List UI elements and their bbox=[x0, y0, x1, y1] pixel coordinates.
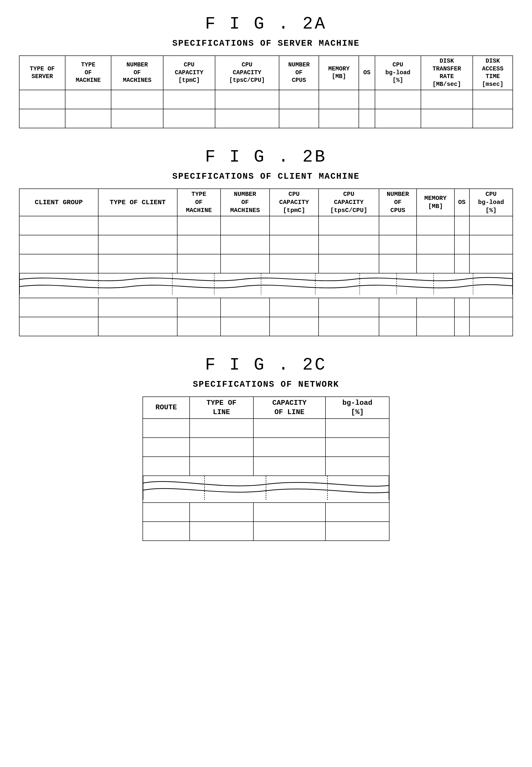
col-os: OS bbox=[359, 56, 375, 90]
col-c-type-line: TYPE OFLINE bbox=[190, 397, 253, 419]
fig-2b-table: CLIENT GROUP TYPE OF CLIENT TYPEOFMACHIN… bbox=[19, 188, 513, 336]
table-row bbox=[19, 109, 513, 128]
fig-2a-section: F I G . 2A SPECIFICATIONS OF SERVER MACH… bbox=[19, 14, 513, 128]
col-cpu-bgload: CPUbg-load[%] bbox=[375, 56, 421, 90]
col-type-client: TYPE OF CLIENT bbox=[98, 189, 177, 216]
col-number-machines: NUMBEROFMACHINES bbox=[111, 56, 163, 90]
fig-2a-subtitle: SPECIFICATIONS OF SERVER MACHINE bbox=[19, 39, 513, 48]
col-b-os: OS bbox=[454, 189, 469, 216]
table-row bbox=[19, 298, 513, 317]
col-type-machine: TYPEOFMACHINE bbox=[65, 56, 111, 90]
col-cpu-capacity-tpmc: CPUCAPACITY[tpmC] bbox=[163, 56, 215, 90]
col-b-number-cpus: NUMBEROFCPUS bbox=[379, 189, 417, 216]
fig-2a-table: TYPE OFSERVER TYPEOFMACHINE NUMBEROFMACH… bbox=[19, 55, 513, 128]
wave-divider bbox=[20, 273, 512, 295]
col-disk-access: DISKACCESSTIME[msec] bbox=[473, 56, 513, 90]
col-b-memory: MEMORY[MB] bbox=[417, 189, 454, 216]
fig-2b-subtitle: SPECIFICATIONS OF CLIENT MACHINE bbox=[19, 172, 513, 181]
table-row bbox=[19, 317, 513, 336]
fig-2b-title: F I G . 2B bbox=[19, 147, 513, 167]
table-row bbox=[19, 254, 513, 273]
col-disk-transfer: DISKTRANSFERRATE[MB/sec] bbox=[421, 56, 473, 90]
col-b-cpu-cap-tpsc: CPUCAPACITY[tpsC/CPU] bbox=[319, 189, 379, 216]
wave-row bbox=[19, 273, 513, 298]
fig-2a-title: F I G . 2A bbox=[19, 14, 513, 34]
col-client-group: CLIENT GROUP bbox=[19, 189, 98, 216]
col-cpu-capacity-tpsc: CPUCAPACITY[tpsC/CPU] bbox=[215, 56, 279, 90]
table-row bbox=[143, 503, 389, 522]
col-type-server: TYPE OFSERVER bbox=[19, 56, 65, 90]
fig-2c-title: F I G . 2C bbox=[19, 355, 513, 375]
table-row bbox=[143, 419, 389, 438]
col-memory: MEMORY[MB] bbox=[319, 56, 359, 90]
table-row bbox=[143, 438, 389, 457]
col-number-cpus: NUMBEROFCPUS bbox=[279, 56, 319, 90]
col-c-capacity: CAPACITYOF LINE bbox=[253, 397, 325, 419]
table-row bbox=[19, 90, 513, 109]
table-row bbox=[19, 216, 513, 235]
col-c-route: ROUTE bbox=[143, 397, 190, 419]
fig-2c-subtitle: SPECIFICATIONS OF NETWORK bbox=[19, 380, 513, 389]
fig-2c-table: ROUTE TYPE OFLINE CAPACITYOF LINE bg-loa… bbox=[143, 396, 389, 541]
table-row bbox=[19, 235, 513, 254]
col-b-number-machines: NUMBEROFMACHINES bbox=[221, 189, 270, 216]
wave-row-c bbox=[143, 476, 389, 503]
wave-divider-c bbox=[143, 476, 389, 500]
fig-2b-section: F I G . 2B SPECIFICATIONS OF CLIENT MACH… bbox=[19, 147, 513, 336]
col-c-bgload: bg-load[%] bbox=[325, 397, 389, 419]
table-row bbox=[143, 522, 389, 541]
table-row bbox=[143, 457, 389, 476]
fig-2c-section: F I G . 2C SPECIFICATIONS OF NETWORK ROU… bbox=[19, 355, 513, 541]
col-b-cpu-bgload: CPUbg-load[%] bbox=[469, 189, 513, 216]
col-b-cpu-cap-tpmc: CPUCAPACITY[tpmC] bbox=[270, 189, 319, 216]
col-b-type-machine: TYPEOFMACHINE bbox=[177, 189, 221, 216]
